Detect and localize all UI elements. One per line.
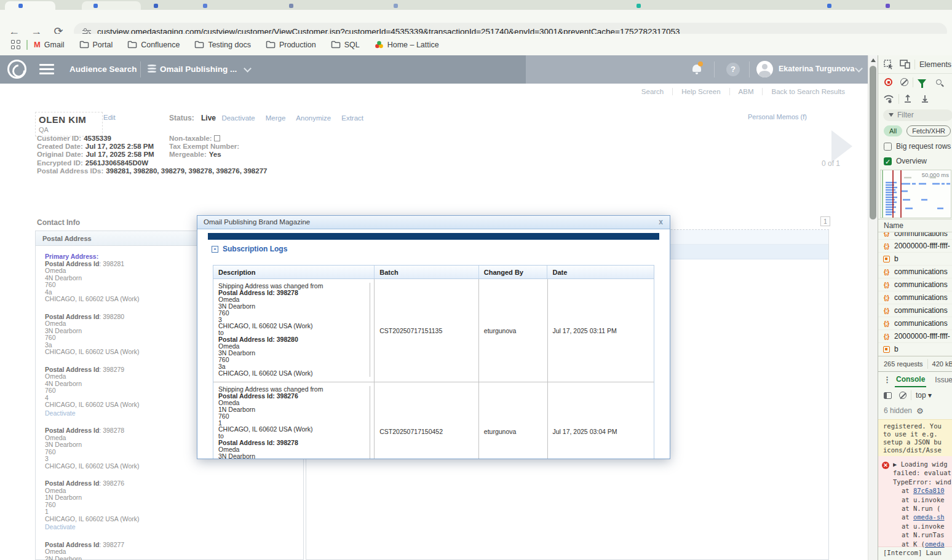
network-request-row[interactable]: {;}communications — [878, 278, 952, 291]
tab-favicon[interactable] — [394, 4, 398, 8]
action-merge[interactable]: Merge — [266, 114, 286, 122]
stack-trace-link[interactable]: 87c6a810 — [913, 487, 945, 494]
network-request-row[interactable]: b — [878, 343, 952, 356]
page-link-back-to-search-results[interactable]: Back to Search Results — [762, 88, 854, 95]
action-deactivate[interactable]: Deactivate — [221, 114, 255, 122]
carousel-next-arrow[interactable] — [831, 130, 852, 162]
clear-console-icon[interactable] — [899, 392, 906, 399]
non-taxable-checkbox[interactable] — [214, 135, 220, 141]
network-conditions-icon[interactable] — [883, 95, 894, 103]
tab-favicon[interactable] — [93, 4, 98, 8]
log-table-row[interactable]: Shipping Address was changed fromPostal … — [213, 279, 654, 382]
apps-grid-icon[interactable] — [11, 40, 21, 50]
bookmark-item-production[interactable]: Production — [266, 41, 316, 49]
bookmark-item-confluence[interactable]: Confluence — [127, 41, 180, 49]
drawer-tab-issues[interactable]: Issues — [935, 376, 952, 384]
network-request-row[interactable]: {;}communications — [878, 291, 952, 304]
help-icon[interactable]: ? — [726, 63, 740, 76]
stack-trace-link[interactable]: omeda-sh — [913, 513, 945, 521]
tab-favicon[interactable] — [827, 4, 831, 8]
chevron-down-icon[interactable] — [244, 65, 252, 73]
action-anonymize[interactable]: Anonymize — [296, 114, 331, 122]
deactivate-link[interactable]: Deactivate — [45, 524, 303, 531]
hidden-messages-label[interactable]: 6 hidden — [884, 406, 912, 415]
personal-memos-link[interactable]: Personal Memos (f) — [748, 113, 807, 120]
import-har-icon[interactable] — [903, 94, 912, 103]
modal-title[interactable]: Omail Publishing Brand Magazine — [197, 216, 670, 229]
clear-network-icon[interactable] — [900, 78, 908, 86]
device-toolbar-icon[interactable] — [900, 60, 910, 69]
scrollbar-thumb[interactable] — [870, 66, 876, 219]
drawer-menu-icon[interactable]: ⋮ — [883, 375, 891, 384]
network-request-row[interactable]: {;}20000000-ffff-ffff- — [878, 330, 952, 343]
page-scrollbar[interactable] — [868, 55, 878, 560]
log-table-row[interactable]: Shipping Address was changed fromPostal … — [213, 382, 654, 459]
stack-trace-link[interactable]: omeda — [925, 540, 945, 548]
scrollbar-up-arrow[interactable] — [871, 58, 876, 62]
bookmark-item-testing-docs[interactable]: Testing docs — [194, 41, 250, 49]
tab-favicon[interactable] — [289, 4, 293, 8]
bookmark-item-portal[interactable]: Portal — [79, 41, 113, 49]
bookmark-item-home-lattice[interactable]: Home – Lattice — [375, 41, 439, 49]
network-request-row[interactable]: {;}communications — [878, 317, 952, 330]
avatar[interactable] — [756, 61, 773, 77]
devtools-panel: Elements Filter All — [878, 55, 952, 560]
tab-favicon[interactable] — [18, 4, 23, 8]
big-request-rows-checkbox[interactable] — [884, 143, 892, 151]
browser-tab[interactable] — [82, 1, 141, 10]
network-status-bar: 265 requests 420 kB — [878, 356, 952, 371]
action-extract[interactable]: Extract — [341, 114, 363, 122]
bookmark-item-sql[interactable]: SQL — [331, 41, 360, 49]
customer-name-box[interactable]: OLEN KIM QA — [35, 112, 103, 136]
console-context-selector[interactable]: top ▾ — [916, 391, 932, 400]
user-name[interactable]: Ekaterina Turgunova — [779, 65, 854, 73]
filter-pill-all[interactable]: All — [884, 125, 902, 136]
database-selector[interactable]: Omail Publishing ... — [160, 65, 237, 74]
console-error-message[interactable]: ✕ ▶ Loading widgfailed: evaluatTypeError… — [878, 456, 952, 547]
overview-checkbox[interactable]: ✓ — [884, 157, 892, 165]
tab-favicon[interactable] — [637, 4, 641, 8]
network-request-row[interactable]: {;}20000000-ffff-ffff- — [878, 240, 952, 253]
record-network-icon[interactable] — [884, 78, 892, 86]
inspect-element-icon[interactable] — [884, 60, 894, 69]
export-har-icon[interactable] — [921, 94, 929, 103]
network-filter-input[interactable]: Filter — [883, 109, 952, 121]
filter-pill-fetch-xhr[interactable]: Fetch/XHR — [906, 125, 951, 136]
nav-audience-search[interactable]: Audience Search — [69, 65, 137, 74]
network-request-row[interactable]: {;}communications — [878, 266, 952, 278]
column-header-batch[interactable]: Batch — [375, 266, 479, 278]
search-icon[interactable] — [936, 79, 942, 85]
network-name-column-header[interactable]: Name — [878, 219, 952, 232]
network-overview-chart[interactable]: 50,000 ms — [880, 170, 951, 218]
console-warning-message[interactable]: registered. Youto use it e.g.setup a JSO… — [878, 419, 952, 458]
description-line: 3N Dearborn — [218, 350, 370, 357]
modal-close-icon[interactable]: x — [659, 218, 663, 226]
network-request-row[interactable]: {;}communications — [878, 304, 952, 317]
column-header-date[interactable]: Date — [547, 266, 654, 278]
drawer-tab-console[interactable]: Console — [895, 372, 926, 387]
filter-icon[interactable] — [918, 79, 926, 85]
page-link-search[interactable]: Search — [633, 88, 672, 95]
collapse-icon[interactable]: - — [212, 246, 218, 253]
console-settings-gear-icon[interactable]: ⚙ — [916, 406, 924, 416]
menu-icon[interactable] — [39, 64, 54, 75]
tab-favicon[interactable] — [154, 4, 158, 8]
browser-tab-active[interactable] — [5, 1, 55, 10]
postal-address-id-label: Postal Address Id — [45, 313, 99, 320]
notifications-bell-icon[interactable] — [691, 63, 702, 75]
omeda-logo-icon[interactable] — [7, 60, 26, 79]
log-description-cell: Shipping Address was changed fromPostal … — [213, 279, 375, 382]
devtools-tab-elements[interactable]: Elements — [919, 60, 951, 69]
tab-favicon[interactable] — [203, 4, 207, 8]
tab-favicon[interactable] — [886, 4, 890, 8]
column-header-changed-by[interactable]: Changed By — [479, 266, 548, 278]
network-request-row[interactable]: {;}communications — [878, 232, 952, 240]
page-link-help-screen[interactable]: Help Screen — [672, 88, 729, 95]
column-header-description[interactable]: Description — [213, 266, 375, 278]
error-text: at — [902, 513, 913, 521]
page-link-abm[interactable]: ABM — [729, 88, 763, 95]
bookmark-item-gmail[interactable]: MGmail — [34, 40, 65, 49]
console-sidebar-icon[interactable] — [884, 392, 892, 399]
network-request-row[interactable]: b — [878, 253, 952, 266]
edit-link[interactable]: Edit — [103, 114, 116, 121]
